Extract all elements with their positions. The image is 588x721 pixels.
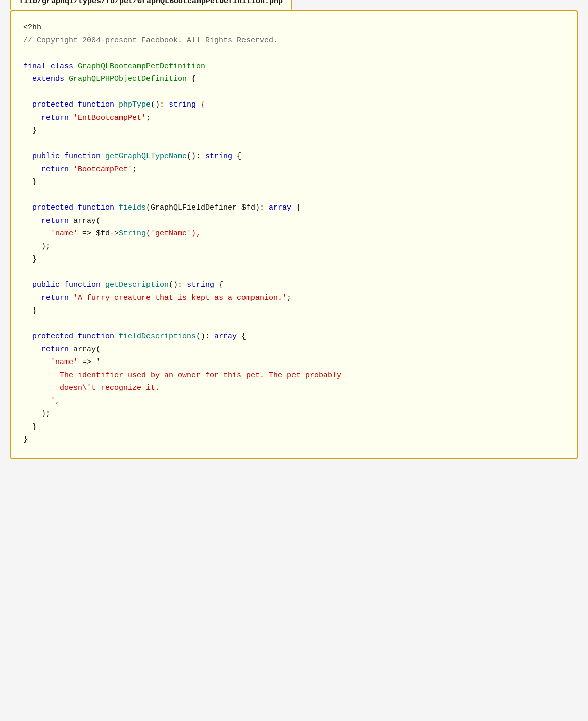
code-line: } — [23, 421, 565, 434]
code-token: ', — [23, 397, 60, 405]
code-token: phpType — [119, 100, 151, 109]
code-token: (): — [196, 332, 214, 341]
code-line: protected function fieldDescriptions(): … — [23, 330, 565, 343]
code-line: ); — [23, 240, 565, 253]
code-line: } — [23, 304, 565, 318]
code-token: array — [214, 332, 237, 341]
code-line: return 'A furry creature that is kept as… — [23, 292, 565, 305]
code-token — [23, 229, 51, 238]
code-token: } — [23, 435, 28, 444]
code-token: String — [119, 229, 146, 238]
code-token: protected — [23, 203, 78, 212]
code-token: } — [23, 306, 37, 315]
code-token: array( — [73, 345, 101, 354]
code-token: } — [23, 178, 37, 186]
code-line — [23, 266, 565, 279]
code-line: return array( — [23, 215, 565, 228]
code-token: => ' — [78, 358, 101, 367]
code-token: return — [23, 165, 73, 174]
code-token: string — [205, 152, 232, 161]
code-token: <?hh — [23, 23, 41, 32]
code-token: getGraphQLTypeName — [105, 152, 187, 161]
code-line: public function getDescription(): string… — [23, 279, 565, 292]
code-token: } — [23, 126, 37, 135]
code-token: } — [23, 423, 37, 431]
code-line: } — [23, 433, 565, 446]
code-token: extends — [23, 75, 69, 83]
code-line: } — [23, 253, 565, 266]
code-token: function — [64, 281, 105, 289]
code-token: ; — [287, 294, 291, 302]
code-token: string — [187, 281, 214, 289]
code-token: ); — [23, 242, 51, 251]
code-token: function — [64, 152, 105, 161]
code-token: $fd-> — [96, 229, 119, 238]
code-token: (): — [151, 100, 169, 109]
code-token: 'A furry creature that is kept as a comp… — [73, 294, 287, 302]
code-content: <?hh// Copyright 2004-present Facebook. … — [11, 11, 577, 458]
code-token: (GraphQLFieldDefiner $fd): — [146, 203, 269, 212]
code-token: return — [23, 294, 73, 302]
code-token: final — [23, 62, 51, 71]
code-line — [23, 189, 565, 202]
code-token: (): — [187, 152, 205, 161]
code-line: protected function phpType(): string { — [23, 98, 565, 112]
code-token: public — [23, 281, 64, 289]
code-token: { — [237, 332, 246, 341]
code-token: ; — [132, 165, 137, 174]
code-token: GraphQLPHPObjectDefinition — [69, 75, 187, 83]
code-line: return array( — [23, 343, 565, 356]
code-token: return — [23, 345, 73, 354]
code-line — [23, 86, 565, 99]
code-token: return — [23, 114, 73, 122]
code-token: getDescription — [105, 281, 169, 289]
code-token: { — [187, 75, 196, 83]
code-line — [23, 47, 565, 60]
code-token: function — [78, 100, 119, 109]
code-token: fieldDescriptions — [119, 332, 196, 341]
code-line: public function getGraphQLTypeName(): st… — [23, 150, 565, 163]
code-token: // Copyright 2004-present Facebook. All … — [23, 36, 278, 45]
code-token: GraphQLBootcampPetDefinition — [78, 62, 205, 71]
code-token: ; — [146, 114, 151, 122]
code-token: doesn\'t recognize it. — [23, 384, 160, 392]
file-tab[interactable]: flib/graphql/types/fb/pet/GraphQLBootcam… — [10, 0, 292, 10]
code-token: => — [78, 229, 96, 238]
code-file-container: flib/graphql/types/fb/pet/GraphQLBootcam… — [10, 10, 578, 459]
code-token: { — [196, 100, 205, 109]
code-token: } — [23, 255, 37, 264]
code-line — [23, 137, 565, 150]
code-token: The identifier used by an owner for this… — [23, 371, 341, 380]
code-token: protected — [23, 100, 78, 109]
code-token: function — [78, 332, 119, 341]
code-token: string — [169, 100, 196, 109]
code-token: (): — [169, 281, 187, 289]
code-line: doesn\'t recognize it. — [23, 382, 565, 395]
code-line: protected function fields(GraphQLFieldDe… — [23, 201, 565, 215]
code-line: return 'BootcampPet'; — [23, 163, 565, 176]
code-line: 'name' => $fd->String('getName'), — [23, 227, 565, 240]
code-token: public — [23, 152, 64, 161]
code-token: fields — [119, 203, 146, 212]
code-token: class — [51, 62, 78, 71]
code-line: extends GraphQLPHPObjectDefinition { — [23, 73, 565, 86]
code-token: 'BootcampPet' — [73, 165, 132, 174]
code-token: { — [232, 152, 241, 161]
code-token: 'EntBootcampPet' — [73, 114, 146, 122]
code-token: { — [214, 281, 223, 289]
code-token: 'name' — [51, 229, 78, 238]
code-line — [23, 318, 565, 331]
code-line: <?hh — [23, 21, 565, 34]
code-line: } — [23, 176, 565, 189]
code-line: // Copyright 2004-present Facebook. All … — [23, 34, 565, 47]
code-token: protected — [23, 332, 78, 341]
code-token: ('getName'), — [146, 229, 201, 238]
code-line: ', — [23, 395, 565, 408]
code-line: ); — [23, 407, 565, 421]
code-token — [23, 358, 51, 367]
code-line: final class GraphQLBootcampPetDefinition — [23, 60, 565, 73]
code-line: return 'EntBootcampPet'; — [23, 112, 565, 125]
code-line: } — [23, 124, 565, 137]
code-token: 'name' — [51, 358, 78, 367]
code-token: ); — [23, 409, 51, 418]
